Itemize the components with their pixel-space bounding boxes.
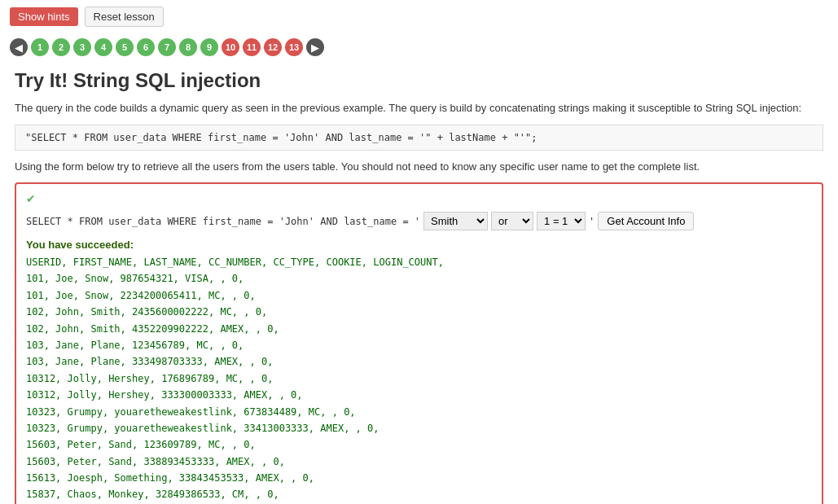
get-account-info-button[interactable]: Get Account Info xyxy=(598,212,694,230)
nav-num-13[interactable]: 13 xyxy=(285,38,303,56)
result-rows: 101, Joe, Snow, 987654321, VISA, , 0,101… xyxy=(26,270,812,504)
table-row: 102, John, Smith, 4352209902222, AMEX, ,… xyxy=(26,321,812,337)
nav-num-6[interactable]: 6 xyxy=(137,38,155,56)
page-description: The query in the code builds a dynamic q… xyxy=(15,100,823,116)
operator-select[interactable]: orand xyxy=(491,212,533,230)
nav-num-12[interactable]: 12 xyxy=(264,38,282,56)
show-hints-button[interactable]: Show hints xyxy=(10,7,78,26)
nav-num-4[interactable]: 4 xyxy=(94,38,112,56)
result-header: USERID, FIRST_NAME, LAST_NAME, CC_NUMBER… xyxy=(26,254,812,270)
success-message: You have succeeded: xyxy=(26,239,812,251)
table-row: 10323, Grumpy, youaretheweakestlink, 673… xyxy=(26,404,812,420)
table-row: 15603, Peter, Sand, 123609789, MC, , 0, xyxy=(26,436,812,453)
table-row: 102, John, Smith, 2435600002222, MC, , 0… xyxy=(26,304,812,320)
nav-next-arrow[interactable]: ▶ xyxy=(306,38,324,56)
main-content: Try It! String SQL injection The query i… xyxy=(0,61,838,504)
nav-num-10[interactable]: 10 xyxy=(222,38,239,56)
nav-num-3[interactable]: 3 xyxy=(73,38,91,56)
nav-num-9[interactable]: 9 xyxy=(200,38,218,56)
table-row: 15837, Chaos, Monkey, 32849386533, CM, ,… xyxy=(26,486,812,502)
top-bar: Show hints Reset lesson xyxy=(0,0,838,33)
nav-num-1[interactable]: 1 xyxy=(31,38,49,56)
table-row: 10312, Jolly, Hershey, 176896789, MC, , … xyxy=(26,370,812,387)
nav-numbers: 12345678910111213 xyxy=(31,38,303,56)
condition-select[interactable]: 1 = 11 = 02 = 2 xyxy=(537,212,586,230)
query-prefix: SELECT * FROM user_data WHERE first_name… xyxy=(26,216,420,227)
table-row: 103, Jane, Plane, 123456789, MC, , 0, xyxy=(26,337,812,353)
nav-num-8[interactable]: 8 xyxy=(179,38,197,56)
table-row: 103, Jane, Plane, 333498703333, AMEX, , … xyxy=(26,353,812,370)
table-row: 15613, Joesph, Something, 33843453533, A… xyxy=(26,470,812,486)
lastname-select[interactable]: SmithJonesWilliams xyxy=(423,212,488,230)
reset-lesson-button[interactable]: Reset lesson xyxy=(85,7,164,27)
table-row: 15603, Peter, Sand, 338893453333, AMEX, … xyxy=(26,454,812,470)
query-box: ✔ SELECT * FROM user_data WHERE first_na… xyxy=(15,182,823,504)
instruction-text: Using the form below try to retrieve all… xyxy=(15,159,823,175)
table-row: 10323, Grumpy, youaretheweakestlink, 334… xyxy=(26,420,812,436)
page-title: Try It! String SQL injection xyxy=(15,69,823,92)
table-row: 101, Joe, Snow, 2234200065411, MC, , 0, xyxy=(26,287,812,304)
navigation-row: ◀ 12345678910111213 ▶ xyxy=(0,33,838,61)
nav-num-7[interactable]: 7 xyxy=(158,38,176,56)
code-block: "SELECT * FROM user_data WHERE first_nam… xyxy=(15,125,823,151)
nav-num-11[interactable]: 11 xyxy=(243,38,261,56)
query-suffix: ' xyxy=(589,216,594,227)
nav-prev-arrow[interactable]: ◀ xyxy=(10,38,28,56)
nav-num-5[interactable]: 5 xyxy=(116,38,134,56)
query-input-row: SELECT * FROM user_data WHERE first_name… xyxy=(26,212,812,230)
table-row: 10312, Jolly, Hershey, 333300003333, AME… xyxy=(26,387,812,403)
table-row: 101, Joe, Snow, 987654321, VISA, , 0, xyxy=(26,270,812,287)
check-mark: ✔ xyxy=(26,192,812,205)
nav-num-2[interactable]: 2 xyxy=(52,38,70,56)
